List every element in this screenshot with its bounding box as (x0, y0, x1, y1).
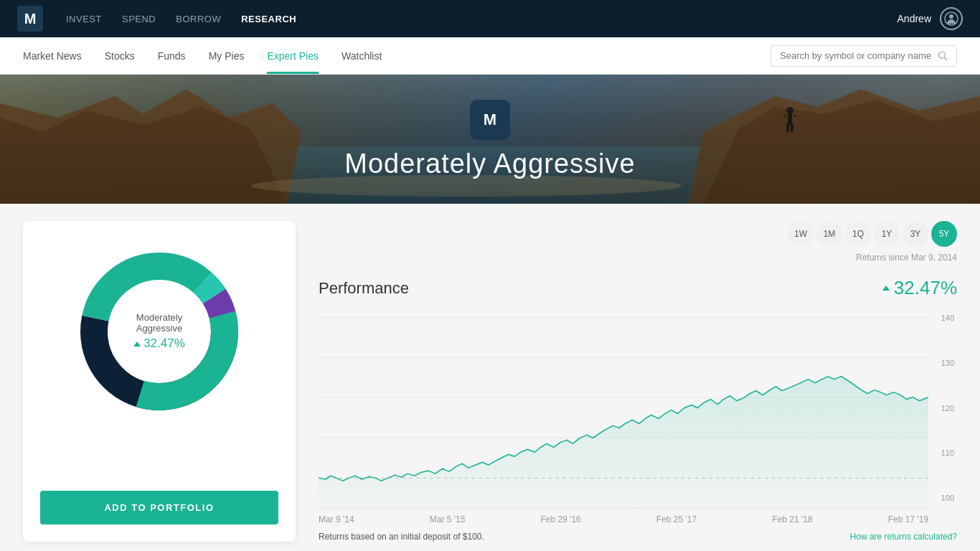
nav-borrow[interactable]: BORROW (176, 14, 221, 24)
x-label-2: Feb 29 '16 (540, 514, 580, 524)
time-btn-1m[interactable]: 1M (816, 221, 842, 247)
y-label-120: 120 (941, 404, 954, 413)
hero-logo: M (470, 100, 510, 140)
nav-watchlist[interactable]: Watchlist (341, 37, 382, 74)
nav-funds[interactable]: Funds (158, 37, 186, 74)
top-nav-right: Andrew (897, 7, 963, 30)
y-label-130: 130 (941, 359, 954, 367)
main-content: Moderately Aggressive 32.47% ADD TO PORT… (0, 204, 980, 551)
chart-area: 140 130 120 110 100 (319, 308, 928, 509)
chart-panel: 1W 1M 1Q 1Y 3Y 5Y Returns since Mar 9, 2… (313, 221, 980, 542)
perf-pct-value: 32.47% (894, 277, 957, 299)
search-input[interactable] (780, 50, 932, 61)
search-box[interactable] (771, 45, 957, 67)
user-name: Andrew (897, 13, 931, 24)
time-btn-1q[interactable]: 1Q (845, 221, 871, 247)
x-label-5: Feb 17 '19 (888, 514, 928, 524)
nav-expert-pies[interactable]: Expert Pies (267, 37, 319, 74)
hero-banner: M Moderately Aggressive (0, 75, 980, 204)
nav-invest[interactable]: INVEST (66, 14, 102, 24)
chart-footer: Returns based on an initial deposit of $… (319, 532, 957, 542)
y-label-100: 100 (941, 494, 954, 502)
chart-with-ylabels: 140 130 120 110 100 (319, 308, 957, 509)
x-label-3: Feb 25 '17 (656, 514, 697, 524)
hero-title: Moderately Aggressive (344, 149, 635, 179)
time-buttons: 1W 1M 1Q 1Y 3Y 5Y (319, 221, 957, 247)
time-btn-1y[interactable]: 1Y (874, 221, 900, 247)
donut-chart: Moderately Aggressive 32.47% (66, 238, 253, 425)
svg-line-3 (944, 57, 946, 60)
x-label-1: Mar 5 '15 (430, 514, 466, 524)
add-to-portfolio-button[interactable]: ADD TO PORTFOLIO (40, 491, 278, 524)
second-nav: Market News Stocks Funds My Pies Expert … (0, 37, 980, 75)
perf-up-arrow-icon (882, 286, 890, 291)
donut-center: Moderately Aggressive 32.47% (113, 312, 206, 351)
pie-card: Moderately Aggressive 32.47% ADD TO PORT… (23, 221, 296, 542)
top-nav: M INVEST SPEND BORROW RESEARCH Andrew (0, 0, 980, 37)
returns-since: Returns since Mar 9, 2014 (319, 253, 957, 263)
nav-research[interactable]: RESEARCH (241, 14, 296, 24)
y-label-140: 140 (941, 314, 954, 322)
nav-spend[interactable]: SPEND (122, 14, 156, 24)
perf-pct: 32.47% (882, 277, 957, 299)
nav-market-news[interactable]: Market News (23, 37, 82, 74)
nav-my-pies[interactable]: My Pies (209, 37, 245, 74)
how-returns-calculated-link[interactable]: How are returns calculated? (850, 532, 957, 542)
time-btn-5y[interactable]: 5Y (931, 221, 957, 247)
chart-svg (319, 308, 928, 508)
perf-title: Performance (319, 279, 409, 298)
perf-header: Performance 32.47% (319, 277, 957, 299)
time-btn-3y[interactable]: 3Y (903, 221, 928, 247)
donut-pct-value: 32.47% (143, 336, 185, 351)
donut-label: Moderately Aggressive (113, 312, 206, 334)
chart-footer-note: Returns based on an initial deposit of $… (319, 532, 484, 542)
search-icon (938, 50, 948, 62)
second-nav-links: Market News Stocks Funds My Pies Expert … (23, 37, 382, 74)
x-axis-labels: Mar 9 '14 Mar 5 '15 Feb 29 '16 Feb 25 '1… (319, 514, 957, 524)
logo[interactable]: M (17, 6, 43, 32)
top-nav-left: M INVEST SPEND BORROW RESEARCH (17, 6, 296, 32)
time-btn-1w[interactable]: 1W (788, 221, 814, 247)
y-axis-labels: 140 130 120 110 100 (941, 308, 954, 508)
nav-links: INVEST SPEND BORROW RESEARCH (66, 14, 296, 24)
x-label-0: Mar 9 '14 (319, 514, 354, 524)
nav-stocks[interactable]: Stocks (105, 37, 135, 74)
x-label-4: Feb 21 '18 (772, 514, 812, 524)
y-label-110: 110 (941, 448, 954, 457)
hero-logo-text: M (484, 110, 496, 129)
up-arrow-icon (133, 342, 141, 347)
user-avatar[interactable] (940, 7, 963, 30)
svg-point-1 (949, 14, 953, 19)
donut-pct: 32.47% (113, 336, 206, 351)
